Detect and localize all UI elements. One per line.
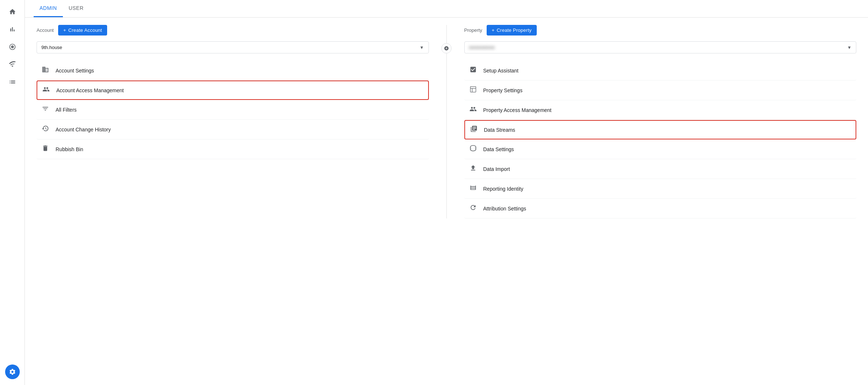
property-column: Property + Create Property ■■■■■■■■■ ▼ — [453, 25, 857, 218]
divider-icon — [441, 43, 452, 53]
building-icon — [41, 66, 50, 75]
create-property-button[interactable]: + Create Property — [487, 25, 537, 35]
reporting-identity-label: Reporting Identity — [483, 186, 524, 192]
sidebar-bottom — [5, 365, 20, 379]
data-settings-item[interactable]: Data Settings — [464, 139, 857, 159]
create-property-label: Create Property — [497, 27, 532, 33]
columns-wrapper: Account + Create Account 9th.house ▼ — [37, 25, 856, 218]
account-column: Account + Create Account 9th.house ▼ — [37, 25, 441, 218]
property-people-icon — [469, 105, 478, 115]
sidebar — [0, 0, 25, 385]
reporting-identity-item[interactable]: Reporting Identity — [464, 179, 857, 199]
property-settings-label: Property Settings — [483, 87, 522, 93]
property-col-header: Property + Create Property — [464, 25, 857, 35]
account-access-management-label: Account Access Management — [56, 87, 124, 93]
wifi-icon[interactable] — [5, 57, 20, 72]
property-settings-item[interactable]: Property Settings — [464, 81, 857, 100]
tab-admin[interactable]: ADMIN — [34, 0, 63, 17]
rubbish-bin-item[interactable]: Rubbish Bin — [37, 139, 429, 159]
property-icon — [469, 86, 478, 95]
data-streams-item[interactable]: Data Streams — [464, 120, 857, 139]
streams-icon — [469, 125, 478, 134]
filter-icon — [41, 105, 50, 114]
trash-icon — [41, 145, 50, 154]
setup-assistant-item[interactable]: Setup Assistant — [464, 61, 857, 81]
all-filters-item[interactable]: All Filters — [37, 100, 429, 120]
main-content: ADMIN USER Account + Create Account 9th.… — [25, 0, 868, 385]
bar-chart-icon[interactable] — [5, 22, 20, 37]
property-dropdown[interactable]: ■■■■■■■■■ ▼ — [464, 41, 857, 53]
top-tabs: ADMIN USER — [25, 0, 868, 18]
property-access-management-label: Property Access Management — [483, 107, 552, 113]
create-account-plus: + — [63, 27, 66, 33]
data-import-label: Data Import — [483, 166, 510, 172]
data-settings-label: Data Settings — [483, 146, 514, 152]
account-label: Account — [37, 27, 54, 33]
column-divider — [446, 25, 447, 218]
home-icon[interactable] — [5, 4, 20, 19]
account-settings-item[interactable]: Account Settings — [37, 61, 429, 81]
target-icon[interactable] — [5, 40, 20, 54]
database-icon — [469, 145, 478, 154]
report-id-icon — [469, 184, 478, 193]
scroll-area: Account + Create Account 9th.house ▼ — [25, 18, 868, 385]
people-icon — [42, 86, 50, 95]
create-account-label: Create Account — [68, 27, 102, 33]
account-dropdown[interactable]: 9th.house ▼ — [37, 41, 429, 53]
setup-assistant-label: Setup Assistant — [483, 68, 519, 74]
list-icon[interactable] — [5, 75, 20, 89]
account-dropdown-text: 9th.house — [41, 45, 62, 50]
account-dropdown-arrow: ▼ — [420, 45, 424, 50]
rubbish-bin-label: Rubbish Bin — [56, 146, 83, 152]
account-col-header: Account + Create Account — [37, 25, 429, 35]
attribution-icon — [469, 204, 478, 213]
svg-rect-0 — [470, 87, 476, 92]
all-filters-label: All Filters — [56, 107, 77, 113]
gear-icon[interactable] — [5, 365, 20, 379]
check-icon — [469, 66, 478, 75]
account-change-history-label: Account Change History — [56, 127, 111, 132]
attribution-settings-label: Attribution Settings — [483, 206, 527, 212]
property-dropdown-text: ■■■■■■■■■ — [469, 45, 495, 50]
tab-user[interactable]: USER — [63, 0, 90, 17]
property-label: Property — [464, 27, 482, 33]
attribution-settings-item[interactable]: Attribution Settings — [464, 199, 857, 218]
data-import-item[interactable]: Data Import — [464, 159, 857, 179]
data-streams-label: Data Streams — [484, 127, 516, 133]
account-change-history-item[interactable]: Account Change History — [37, 120, 429, 139]
create-account-button[interactable]: + Create Account — [58, 25, 107, 35]
upload-icon — [469, 164, 478, 173]
history-icon — [41, 125, 50, 134]
admin-panel: Account + Create Account 9th.house ▼ — [25, 18, 868, 385]
create-property-plus: + — [492, 27, 495, 33]
account-settings-label: Account Settings — [56, 68, 94, 74]
property-access-management-item[interactable]: Property Access Management — [464, 100, 857, 120]
account-access-management-item[interactable]: Account Access Management — [37, 81, 429, 100]
property-dropdown-arrow: ▼ — [847, 45, 852, 50]
